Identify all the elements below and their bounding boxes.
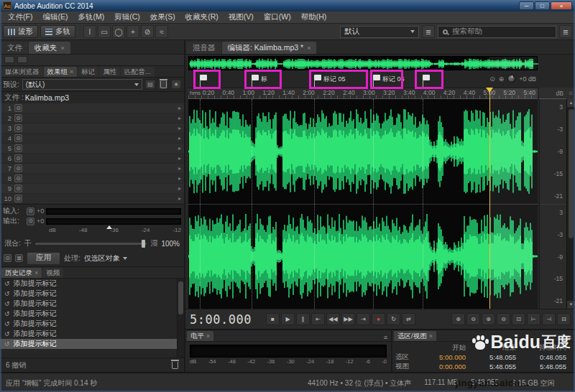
skip-to-start-button[interactable]: ⇤ — [311, 313, 325, 325]
menu-item[interactable]: 视图(V) — [224, 12, 259, 22]
effect-slot[interactable]: 1 ⊙ ▸ — [0, 103, 184, 113]
history-item[interactable]: ↺ 添加提示标记 — [0, 329, 184, 339]
delete-preset-icon[interactable] — [158, 80, 168, 89]
effect-slot[interactable]: 7 ⊙ ▸ — [0, 164, 184, 174]
favorite-star-icon[interactable]: ★ — [171, 80, 181, 89]
effect-slot[interactable]: 3 ⊙ ▸ — [0, 123, 184, 134]
menu-item[interactable]: 效果(S) — [145, 12, 180, 22]
chevron-right-icon[interactable]: ▸ — [178, 145, 181, 151]
power-icon[interactable]: ⊙ — [14, 154, 22, 162]
panel-menu-icon[interactable]: ≡ — [380, 334, 391, 341]
marquee-selection-tool-icon[interactable]: ▭ — [98, 25, 111, 38]
loop-playback-button[interactable]: ↻ — [387, 313, 400, 325]
tab-selection-view[interactable]: 选区/视图 × — [394, 331, 436, 341]
effect-slot[interactable]: 10 ⊙ ▸ — [0, 194, 184, 204]
power-icon[interactable]: ⊙ — [14, 144, 22, 152]
effect-slot[interactable]: 2 ⊙ ▸ — [0, 113, 184, 123]
history-item[interactable]: ↺ 添加提示标记 — [0, 319, 184, 329]
history-item[interactable]: ↺ 添加提示标记 — [0, 279, 184, 289]
fast-forward-button[interactable]: ▶▶ — [341, 313, 355, 325]
monitor-icon[interactable]: ⊙ — [489, 75, 495, 83]
output-gain-value[interactable]: +0 — [37, 218, 44, 225]
power-icon[interactable]: ⊙ — [14, 195, 22, 202]
tab-effects-rack[interactable]: 标记 — [78, 67, 98, 77]
history-item[interactable]: ↺ 添加提示标记 — [0, 289, 184, 299]
spot-heal-tool-icon[interactable]: ≈ — [155, 25, 168, 38]
power-icon[interactable]: ⊙ — [14, 104, 22, 112]
rack-toggle-icon[interactable]: ≣ — [15, 254, 23, 262]
multitrack-view-button[interactable]: 多轨 — [40, 25, 75, 38]
tab-files[interactable]: 收藏夹× — [29, 42, 70, 54]
playhead[interactable] — [489, 88, 490, 309]
time-selection-tool-icon[interactable]: I — [83, 25, 96, 38]
chevron-right-icon[interactable]: ▸ — [178, 195, 181, 202]
clear-history-trash-icon[interactable] — [172, 362, 178, 369]
process-dropdown[interactable]: 仅选区对象 — [84, 253, 127, 263]
history-scrollbar[interactable] — [177, 279, 184, 358]
favorite-item-icon[interactable] — [4, 56, 14, 63]
power-icon[interactable]: ⊙ — [14, 164, 22, 172]
tab-levels[interactable]: 电平 × — [187, 331, 213, 341]
pause-button[interactable]: ∥ — [296, 313, 310, 325]
chevron-right-icon[interactable]: ▸ — [178, 175, 181, 182]
zoom-in-amplitude-button[interactable]: ⊕ — [482, 313, 495, 325]
mix-slider-thumb[interactable] — [142, 240, 145, 248]
effect-slot[interactable]: 6 ⊙ ▸ — [0, 154, 184, 164]
zoom-selection-in-button[interactable]: ⊢ — [527, 313, 540, 325]
zoom-out-time-button[interactable]: ⊖ — [466, 313, 480, 325]
record-button[interactable]: ● — [372, 313, 385, 325]
menu-item[interactable]: 文件(F) — [3, 12, 37, 22]
rack-power-icon[interactable]: ⊙ — [4, 254, 12, 262]
scrollbar-thumb[interactable] — [178, 281, 183, 314]
close-button[interactable]: × — [551, 1, 572, 10]
power-icon[interactable]: ⊙ — [14, 114, 22, 122]
effect-slot[interactable]: 9 ⊙ ▸ — [0, 184, 184, 194]
tab-effects-rack[interactable]: 效果组× — [44, 67, 78, 77]
tab-editor[interactable]: 混音器 — [187, 42, 221, 54]
gain-knob[interactable] — [507, 75, 515, 83]
scrollbar-thumb[interactable] — [569, 109, 574, 238]
playhead-time-display[interactable]: 5:00.000 — [190, 312, 264, 327]
tab-effects-rack[interactable]: 媒体浏览器 — [1, 67, 43, 77]
chevron-right-icon[interactable]: ▸ — [178, 105, 181, 111]
tab-close-icon[interactable]: × — [34, 269, 38, 276]
minimize-button[interactable]: ─ — [519, 1, 534, 10]
effect-slot[interactable]: 8 ⊙ ▸ — [0, 174, 184, 184]
chevron-right-icon[interactable]: ▸ — [178, 155, 181, 162]
play-button[interactable]: ▶ — [281, 313, 295, 325]
scroll-down-button[interactable]: ▼ — [567, 301, 575, 309]
razor-tool-icon[interactable]: ⊘ — [141, 25, 154, 38]
tab-history[interactable]: 历史记录× — [1, 268, 42, 278]
menu-item[interactable]: 帮助(H) — [296, 12, 332, 22]
tab-effects-rack[interactable]: 属性 — [99, 67, 120, 77]
power-icon[interactable]: ⊙ — [14, 174, 22, 182]
tab-close-icon[interactable]: × — [206, 332, 210, 340]
menu-item[interactable]: 编辑(E) — [37, 12, 73, 22]
view-start-value[interactable]: 0:00.000 — [418, 363, 469, 370]
zoom-full-button[interactable]: ⊟ — [557, 313, 571, 325]
menu-item[interactable]: 多轨(M) — [73, 12, 109, 22]
panel-options-icon[interactable]: ≣ — [559, 25, 572, 38]
selection-end-value[interactable]: 5:48.055 — [469, 353, 519, 361]
zoom-in-time-button[interactable]: ⊕ — [451, 313, 465, 325]
output-level-handle[interactable] — [106, 225, 112, 229]
selection-duration-value[interactable]: 0:48.055 — [519, 353, 569, 361]
apply-button[interactable]: 应用 — [27, 252, 60, 265]
preset-dropdown[interactable]: (默认) — [22, 79, 142, 90]
rewind-button[interactable]: ◀◀ — [326, 313, 340, 325]
view-duration-value[interactable]: 5:48.055 — [519, 363, 569, 370]
stop-button[interactable]: ■ — [266, 313, 280, 325]
wet-value[interactable]: 100% — [161, 240, 180, 248]
selection-start-value[interactable]: 5:00.000 — [418, 353, 469, 361]
file-overview-strip[interactable] — [188, 56, 538, 70]
effect-slot[interactable]: 5 ⊙ ▸ — [0, 144, 184, 154]
waveform-view-button[interactable]: 波形 — [3, 25, 38, 38]
lasso-selection-tool-icon[interactable]: ◯ — [112, 25, 125, 38]
marker-lane[interactable]: 标 标记 05 标记 06 ⊙ ⊕ +0 dB — [188, 72, 538, 88]
tab-close-icon[interactable]: × — [70, 68, 73, 75]
skip-selection-button[interactable]: ⇄ — [402, 313, 415, 325]
workspace-dropdown[interactable]: 默认 — [340, 26, 419, 38]
tab-editor[interactable]: 编辑器: Kalimba.mp3 *× — [222, 42, 317, 54]
maximize-button[interactable]: □ — [535, 1, 550, 10]
history-item[interactable]: ↺ 添加提示标记 — [0, 309, 184, 319]
